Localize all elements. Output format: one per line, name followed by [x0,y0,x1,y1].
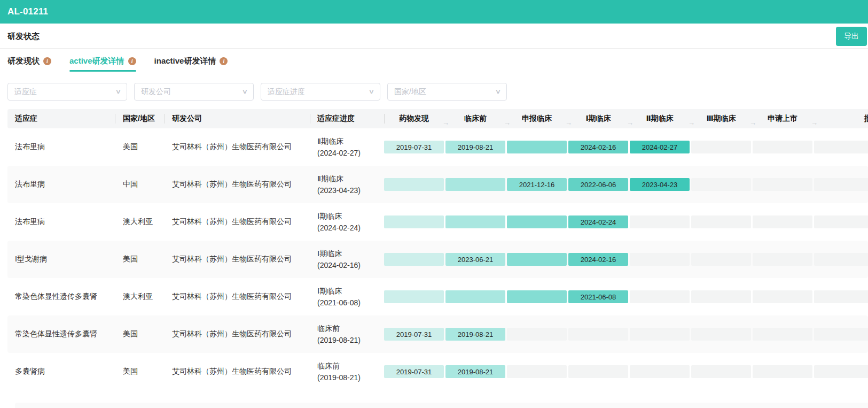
stage-cell-Ⅰ期临床: 2021-06-08 [568,290,628,303]
stage-cell-Ⅱ期临床 [630,365,690,378]
chevron-down-icon: ∨ [368,88,374,95]
stage-cell-药物发现: 2019-07-31 [384,141,444,153]
cell-progress: Ⅱ期临床(2024-02-27) [310,128,384,166]
filter-bar: 适应症∨研发公司∨适应症进度∨国家/地区∨ [0,73,868,109]
next-row-sliver [15,403,868,408]
cell-indication: 多囊肾病 [7,353,115,390]
table-row: 法布里病中国艾司林科（苏州）生物医药有限公司Ⅱ期临床(2023-04-23)20… [7,166,868,203]
stage-column-header: 申报临床→ [507,114,567,124]
stage-cell-临床前 [445,290,505,303]
stage-cell-Ⅲ期临床 [691,328,751,341]
progress-text: 临床前(2019-08-21) [317,360,361,383]
stage-cell-批准上市 [814,328,868,341]
stage-cell-药物发现 [384,178,444,191]
filter-indication-phase[interactable]: 适应症进度∨ [261,83,380,101]
stage-column-header: 药物发现→ [384,114,444,124]
stage-cell-Ⅰ期临床: 2024-02-16 [568,141,628,153]
stage-cell-临床前: 2019-08-21 [445,328,505,341]
progress-phase: Ⅱ期临床 [317,173,361,184]
tab-rd-overview[interactable]: 研发现状i [7,49,51,73]
export-button[interactable]: 导出 [836,27,867,46]
tab-inactive-rd-detail[interactable]: inactive研发详情i [154,49,228,73]
stage-cell-Ⅲ期临床 [691,290,751,303]
progress-text: Ⅱ期临床(2023-04-23) [317,173,361,196]
stage-cell-Ⅱ期临床: 2023-04-23 [630,178,690,191]
stage-timeline: 2024-02-24 [384,203,868,241]
stage-column-label: Ⅲ期临床 [706,114,736,124]
info-icon[interactable]: i [128,57,136,65]
cell-indication: 常染色体显性遗传多囊肾 [7,278,115,315]
rd-detail-table: 适应症国家/地区研发公司适应症进度药物发现→临床前→申报临床→Ⅰ期临床→Ⅱ期临床… [7,109,868,408]
filter-country-region[interactable]: 国家/地区∨ [387,83,507,101]
stage-cell-药物发现 [384,253,444,266]
stage-column-label: 临床前 [464,114,487,124]
progress-date: (2019-08-21) [317,334,361,346]
progress-text: 临床前(2019-08-21) [317,322,361,346]
table-row: 法布里病澳大利亚艾司林科（苏州）生物医药有限公司Ⅰ期临床(2024-02-24)… [7,203,868,241]
chevron-down-icon: ∨ [495,88,501,95]
progress-date: (2021-06-08) [317,297,361,309]
stage-column-label: Ⅰ期临床 [585,114,611,124]
app-root: AL-01211 研发状态 导出 研发现状iactive研发详情iinactiv… [0,0,868,408]
filter-indication-placeholder: 适应症 [14,87,37,97]
stage-column-label: 申报临床 [522,114,552,124]
progress-phase: Ⅰ期临床 [317,285,361,297]
stage-cell-Ⅲ期临床 [691,365,751,378]
cell-progress: 临床前(2019-08-21) [310,315,384,353]
progress-text: Ⅰ期临床(2021-06-08) [317,285,361,309]
stage-column-header: 批准上市 [814,114,868,124]
cell-progress: Ⅰ期临床(2024-02-16) [310,241,384,278]
filter-indication[interactable]: 适应症∨ [7,83,127,101]
cell-region: 美国 [115,128,165,166]
stage-cell-申请上市 [753,290,812,303]
cell-progress: Ⅰ期临床(2021-06-08) [310,278,384,315]
stage-cell-申请上市 [753,328,812,341]
stage-header-group: 药物发现→临床前→申报临床→Ⅰ期临床→Ⅱ期临床→Ⅲ期临床→申请上市→批准上市 [384,109,868,128]
column-header-4: 适应症进度 [310,109,384,128]
tab-active-rd-detail[interactable]: active研发详情i [69,49,136,73]
cell-region: 澳大利亚 [115,278,165,315]
chevron-down-icon: ∨ [241,88,248,95]
page-title: AL-01211 [7,6,48,17]
stage-column-header: Ⅲ期临床→ [691,114,751,124]
stage-cell-Ⅰ期临床 [568,365,628,378]
stage-cell-临床前: 2019-08-21 [445,141,505,153]
cell-company: 艾司林科（苏州）生物医药有限公司 [165,128,310,166]
progress-text: Ⅰ期临床(2024-02-24) [317,210,361,234]
table-row: I型戈谢病美国艾司林科（苏州）生物医药有限公司Ⅰ期临床(2024-02-16)2… [7,241,868,278]
stage-timeline: 2021-06-08 [384,278,868,315]
stage-timeline: 2021-12-162022-06-062023-04-23 [384,166,868,203]
section-header: 研发状态 导出 [0,24,868,49]
stage-cell-申报临床: 2021-12-16 [507,178,567,191]
stage-timeline: 2019-07-312019-08-21 [384,315,868,353]
progress-phase: Ⅱ期临床 [317,135,361,147]
stage-cell-Ⅲ期临床 [691,141,751,153]
stage-cell-申报临床 [507,290,567,303]
stage-cell-Ⅱ期临床 [630,328,690,341]
stage-cell-临床前: 2023-06-21 [445,253,505,266]
progress-phase: Ⅰ期临床 [317,210,361,222]
stage-column-header: Ⅰ期临床→ [568,114,628,124]
progress-text: Ⅰ期临床(2024-02-16) [317,248,361,271]
progress-phase: 临床前 [317,322,361,334]
cell-indication: I型戈谢病 [7,241,115,278]
cell-company: 艾司林科（苏州）生物医药有限公司 [165,241,310,278]
info-icon[interactable]: i [43,57,51,65]
stage-cell-Ⅰ期临床 [568,328,628,341]
cell-progress: Ⅰ期临床(2024-02-24) [310,203,384,241]
cell-company: 艾司林科（苏州）生物医药有限公司 [165,353,310,390]
filter-company[interactable]: 研发公司∨ [134,83,254,101]
stage-cell-药物发现 [384,215,444,228]
table-body: 法布里病美国艾司林科（苏州）生物医药有限公司Ⅱ期临床(2024-02-27)20… [7,128,868,390]
stage-cell-批准上市 [814,178,868,191]
stage-cell-批准上市 [814,253,868,266]
cell-company: 艾司林科（苏州）生物医药有限公司 [165,278,310,315]
stage-cell-申请上市 [753,215,812,228]
progress-date: (2019-08-21) [317,372,361,383]
cell-progress: Ⅱ期临床(2023-04-23) [310,166,384,203]
info-icon[interactable]: i [220,57,228,65]
stage-cell-Ⅱ期临床 [630,215,690,228]
column-header-3: 研发公司 [165,109,310,128]
stage-cell-申报临床 [507,215,567,228]
cell-indication: 法布里病 [7,166,115,203]
